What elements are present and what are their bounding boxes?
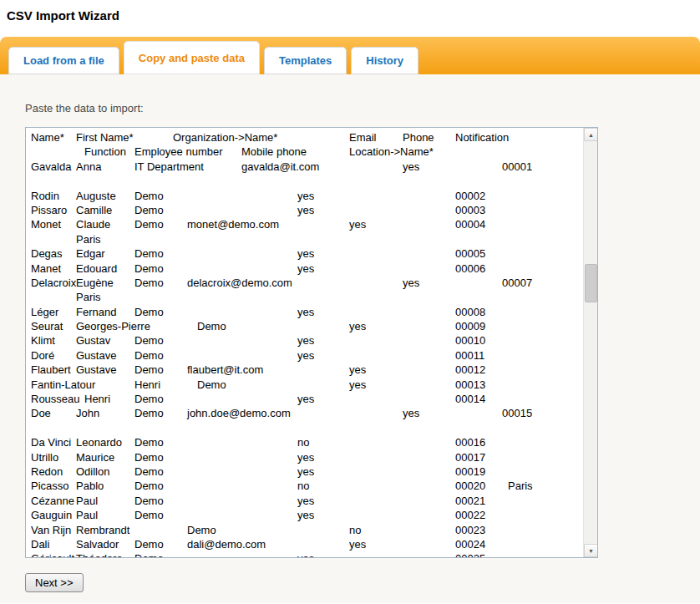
paste-cell: 00020 (455, 480, 485, 492)
paste-line: Van RijnRembrandtDemono00023 (31, 524, 581, 538)
paste-cell: Demo (134, 552, 164, 557)
page-title: CSV Import Wizard (7, 8, 700, 23)
paste-cell: Location->Name* (349, 145, 434, 158)
paste-cell: 00001 (502, 160, 532, 173)
scrollbar-thumb[interactable] (585, 264, 597, 302)
paste-line: PicassoPabloDemono00020Paris (31, 480, 581, 494)
paste-cell: Demo (134, 247, 164, 260)
paste-cell: 00015 (502, 407, 532, 419)
paste-line: ManetEdouardDemoyes00006 (31, 262, 581, 277)
paste-cell: Paul (76, 509, 98, 521)
paste-cell: Demo (134, 349, 164, 362)
paste-cell: Demo (134, 407, 164, 419)
paste-cell: 00022 (455, 509, 485, 521)
paste-cell: Phone (403, 131, 434, 144)
paste-line: LégerFernandDemoyes00008 (31, 306, 581, 320)
paste-cell: yes (297, 495, 314, 507)
paste-cell: Rembrandt (76, 524, 129, 536)
paste-cell: 00012 (455, 363, 485, 376)
paste-cell: Paris (76, 233, 101, 246)
paste-cell: Manet (31, 262, 61, 275)
paste-cell: 00007 (502, 277, 532, 289)
paste-cell: 00021 (455, 495, 485, 507)
paste-cell: Demo (197, 320, 226, 332)
paste-cell: Rodin (31, 190, 59, 202)
paste-cell: Paris (76, 291, 101, 303)
paste-cell: Demo (134, 451, 164, 464)
paste-cell: 00025 (455, 552, 485, 557)
paste-cell: Georges-Pierre (76, 320, 150, 332)
paste-cell: Edouard (76, 262, 117, 275)
paste-cell: Demo (134, 465, 164, 478)
paste-text-layer: Name*First Name*Organization->Name*Email… (31, 131, 581, 557)
paste-cell: Doe (31, 407, 51, 419)
paste-cell: Claude (76, 218, 110, 231)
paste-data-textarea[interactable]: Name*First Name*Organization->Name*Email… (25, 127, 598, 558)
tab-load-from-a-file[interactable]: Load from a file (8, 47, 119, 74)
paste-cell: Utrillo (31, 451, 58, 464)
paste-line: RousseauHenriDemoyes00014 (31, 393, 581, 407)
paste-cell: Rousseau (31, 393, 80, 405)
paste-line: DelacroixEugèneDemodelacroix@demo.comyes… (31, 277, 581, 291)
paste-line: GavaldaAnnaIT Departmentgavalda@it.comye… (31, 160, 581, 175)
paste-cell: Demo (134, 393, 164, 405)
paste-cell: 00024 (455, 538, 485, 551)
paste-cell: yes (349, 218, 366, 231)
tab-templates[interactable]: Templates (264, 47, 347, 74)
scroll-up-icon[interactable]: ▲ (584, 128, 598, 141)
paste-cell: yes (349, 538, 366, 551)
paste-line: RedonOdillonDemoyes00019 (31, 465, 581, 480)
paste-cell: Doré (31, 349, 54, 362)
paste-line: RodinAugusteDemoyes00002 (31, 190, 581, 204)
vertical-scrollbar[interactable]: ▲ ▼ (583, 128, 597, 557)
paste-cell: Picasso (31, 480, 69, 492)
paste-cell: Employee number (134, 145, 223, 158)
tab-bar: Load from a fileCopy and paste dataTempl… (0, 37, 700, 74)
paste-line (31, 422, 581, 436)
tab-history[interactable]: History (351, 47, 418, 74)
paste-cell: dali@demo.com (187, 538, 266, 551)
paste-cell: Monet (31, 218, 61, 231)
paste-cell: Demo (134, 190, 164, 202)
scroll-down-icon[interactable]: ▼ (584, 544, 598, 557)
paste-cell: John (76, 407, 99, 419)
paste-line: Da VinciLeonardoDemono00016 (31, 436, 581, 450)
paste-cell: Demo (134, 204, 164, 216)
paste-cell: Function (84, 145, 126, 158)
paste-line: Paris (31, 233, 581, 247)
paste-cell: Demo (134, 363, 164, 376)
paste-cell: Pissaro (31, 204, 67, 216)
paste-cell: yes (297, 306, 314, 318)
paste-cell: Gauguin (31, 509, 72, 521)
paste-cell: Demo (134, 277, 164, 289)
paste-cell: yes (297, 393, 314, 405)
paste-cell: yes (349, 363, 366, 376)
paste-cell: yes (297, 465, 314, 478)
paste-cell: 00009 (455, 320, 485, 332)
paste-cell: Da Vinci (31, 436, 71, 449)
paste-cell: yes (297, 509, 314, 521)
paste-cell: Demo (187, 524, 216, 536)
paste-cell: Paris (508, 480, 533, 492)
paste-cell: yes (297, 349, 314, 362)
paste-cell: no (297, 436, 309, 449)
next-button[interactable]: Next >> (25, 573, 84, 592)
paste-cell: Dali (31, 538, 49, 551)
paste-cell: Henri (134, 378, 160, 391)
paste-cell: 00002 (455, 190, 485, 202)
paste-cell: no (349, 524, 361, 536)
paste-cell: yes (349, 378, 366, 391)
paste-line (31, 175, 581, 189)
paste-cell: Gavalda (31, 160, 71, 173)
paste-cell: 00004 (455, 218, 485, 231)
tab-copy-and-paste-data[interactable]: Copy and paste data (124, 41, 260, 74)
paste-cell: 00016 (455, 436, 485, 449)
paste-line: FlaubertGustaveDemoflaubert@it.comyes000… (31, 363, 581, 378)
paste-cell: yes (297, 451, 314, 464)
paste-cell: Léger (31, 306, 58, 318)
paste-cell: Demo (134, 480, 164, 492)
paste-cell: yes (297, 552, 314, 557)
paste-cell: flaubert@it.com (187, 363, 263, 376)
paste-cell: Redon (31, 465, 63, 478)
tab-content-panel: Paste the data to import: Name*First Nam… (0, 74, 700, 603)
